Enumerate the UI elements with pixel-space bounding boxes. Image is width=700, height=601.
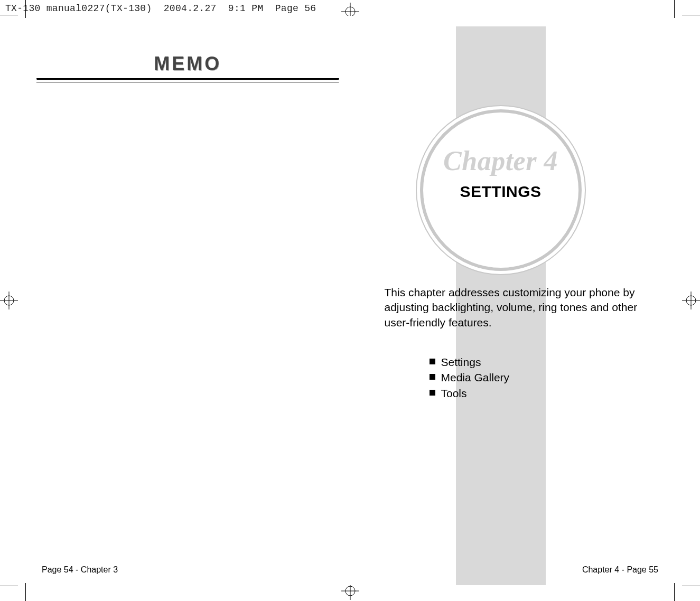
chapter-label: Chapter 4	[414, 145, 588, 176]
crop-mark	[674, 0, 675, 18]
register-mark-icon	[0, 292, 18, 309]
crop-mark	[682, 586, 700, 586]
list-item: Media Gallery	[430, 370, 510, 385]
list-item: Settings	[430, 354, 510, 370]
memo-heading: MEMO	[148, 53, 227, 78]
imposition-header: TX-130 manual0227(TX-130) 2004.2.27 9:1 …	[5, 3, 316, 14]
list-item: Tools	[430, 386, 510, 401]
rule	[36, 78, 339, 80]
crop-mark	[0, 586, 18, 586]
page-spread: MEMO Page 54 - Chapter 3 Chapter 4 SETTI…	[26, 16, 674, 585]
feature-bullets: Settings Media Gallery Tools	[408, 354, 510, 401]
right-page: Chapter 4 SETTINGS This chapter addresse…	[350, 16, 675, 585]
register-mark-icon	[682, 292, 700, 309]
memo-heading-block: MEMO	[36, 53, 339, 83]
crop-mark	[0, 15, 18, 15]
chapter-circle: Chapter 4 SETTINGS	[414, 103, 588, 277]
left-page: MEMO Page 54 - Chapter 3	[26, 16, 350, 585]
intro-paragraph: This chapter addresses customizing your …	[385, 285, 659, 330]
crop-mark	[25, 583, 26, 601]
section-heading: SETTINGS	[414, 183, 588, 201]
left-folio: Page 54 - Chapter 3	[42, 565, 118, 575]
crop-mark	[674, 583, 675, 601]
right-folio: Chapter 4 - Page 55	[582, 565, 658, 575]
crop-mark	[25, 0, 26, 18]
crop-mark	[682, 15, 700, 15]
rule	[36, 82, 339, 83]
chapter-title-block: Chapter 4 SETTINGS	[414, 145, 588, 201]
